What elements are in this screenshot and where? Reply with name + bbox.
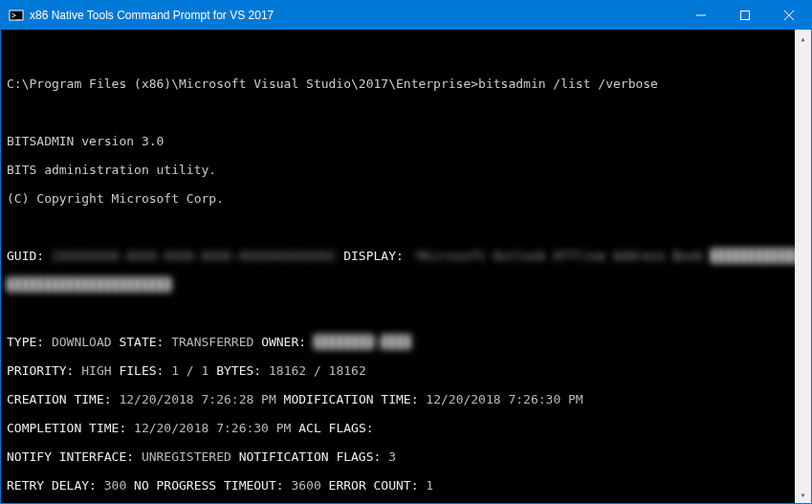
owner-label: OWNER: xyxy=(261,335,306,349)
creation-label: CREATION TIME: xyxy=(7,392,112,406)
prompt-command: bitsadmin /list /verbose xyxy=(478,77,658,91)
notifyif-label: NOTIFY INTERFACE: xyxy=(7,449,134,464)
scroll-up-icon[interactable]: ▴ xyxy=(795,30,811,47)
guid-label: GUID: xyxy=(7,249,44,263)
retrydelay-value: 300 xyxy=(104,478,126,493)
files-value: 1 / 1 xyxy=(171,363,208,378)
completion-label: COMPLETION TIME: xyxy=(7,421,126,435)
window-title: x86 Native Tools Command Prompt for VS 2… xyxy=(30,9,679,22)
noprogress-value: 3600 xyxy=(291,478,320,493)
version-line: BITSADMIN version 3.0 xyxy=(7,134,795,148)
priority-value: HIGH xyxy=(81,363,111,378)
retrydelay-label: RETRY DELAY: xyxy=(7,478,97,493)
minimize-button[interactable] xyxy=(679,1,723,30)
bytes-value: 18162 / 18162 xyxy=(269,363,366,378)
notifyflags-value: 3 xyxy=(388,449,396,464)
window-controls xyxy=(679,1,811,30)
priority-label: PRIORITY: xyxy=(7,363,74,378)
guid-value: {XXXXXXXX-XXXX-XXXX-XXXX-XXXXXXXXXXXX} xyxy=(52,249,336,263)
desc-line: BITS administration utility. xyxy=(7,163,795,177)
type-label: TYPE: xyxy=(7,335,44,349)
state-value: TRANSFERRED xyxy=(171,335,253,349)
scroll-down-icon[interactable]: ▾ xyxy=(795,486,811,503)
errcount-value: 1 xyxy=(426,478,433,493)
noprogress-label: NO PROGRESS TIMEOUT: xyxy=(134,478,284,493)
window-titlebar: >_ x86 Native Tools Command Prompt for V… xyxy=(1,1,811,30)
notifyif-value: UNREGISTERED xyxy=(142,449,231,464)
files-label: FILES: xyxy=(119,363,164,378)
svg-rect-3 xyxy=(741,11,750,20)
errcount-label: ERROR COUNT: xyxy=(329,478,419,493)
svg-text:>_: >_ xyxy=(11,11,21,20)
vertical-scrollbar[interactable]: ▴ ▾ xyxy=(795,30,811,503)
copyright-line: (C) Copyright Microsoft Corp. xyxy=(7,191,795,206)
display-value: 'Microsoft Outlook Offline Address Book … xyxy=(411,249,795,263)
maximize-button[interactable] xyxy=(723,1,767,30)
console-output[interactable]: C:\Program Files (x86)\Microsoft Visual … xyxy=(1,30,795,503)
app-icon: >_ xyxy=(9,8,24,23)
modification-label: MODIFICATION TIME: xyxy=(284,392,419,406)
display-value-2: ██████████████████████ xyxy=(7,277,171,292)
aclflags-label: ACL FLAGS: xyxy=(298,421,373,435)
completion-value: 12/20/2018 7:26:30 PM xyxy=(134,421,291,435)
prompt-path: C:\Program Files (x86)\Microsoft Visual … xyxy=(7,77,478,91)
bytes-label: BYTES: xyxy=(216,363,261,378)
close-button[interactable] xyxy=(767,1,811,30)
state-label: STATE: xyxy=(119,335,164,349)
display-label: DISPLAY: xyxy=(343,249,404,263)
notifyflags-label: NOTIFICATION FLAGS: xyxy=(239,449,382,464)
creation-value: 12/20/2018 7:26:28 PM xyxy=(119,392,275,406)
modification-value: 12/20/2018 7:26:30 PM xyxy=(426,392,582,406)
owner-value: ████████\████ xyxy=(314,335,411,349)
type-value: DOWNLOAD xyxy=(52,335,112,349)
